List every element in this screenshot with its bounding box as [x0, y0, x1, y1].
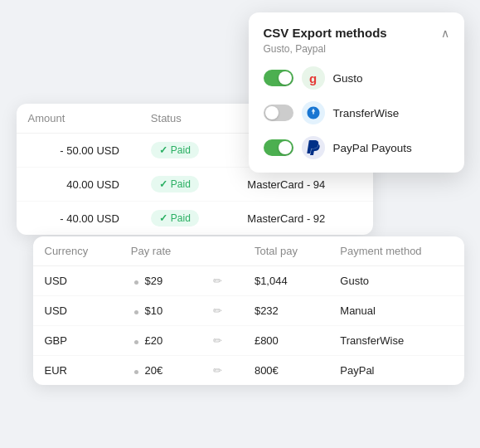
amount-cell: - 50.00 USD	[17, 134, 139, 168]
col-amount: Amount	[17, 104, 139, 134]
method-cell: Manual	[328, 296, 463, 326]
amount-cell: 40.00 USD	[17, 168, 139, 202]
front-table-card: Currency Pay rate Total pay Payment meth…	[33, 236, 464, 385]
col-edit	[201, 236, 243, 266]
paypal-logo	[302, 136, 325, 159]
currency-cell: GBP	[33, 326, 119, 356]
col-payrate: Pay rate	[119, 236, 201, 266]
toggle-thumb	[265, 106, 279, 119]
col-paymethod: Payment method	[328, 236, 463, 266]
currency-cell: USD	[33, 266, 119, 296]
method-cell: TransferWise	[328, 326, 463, 356]
table-row: EUR 20€ ✏ 800€ PayPal	[33, 356, 464, 386]
status-badge: Paid	[151, 210, 199, 226]
toggle-track	[264, 139, 293, 156]
currency-cell: EUR	[33, 356, 119, 386]
method-cell: PayPal	[328, 356, 463, 386]
rate-cell: 20€	[119, 356, 201, 386]
rate-cell: $29	[119, 266, 201, 296]
rate-cell: $10	[119, 296, 201, 326]
dot-icon	[134, 370, 138, 374]
toggle-track	[264, 70, 293, 86]
total-cell: 800€	[243, 356, 328, 386]
col-status: Status	[139, 104, 236, 134]
rate-cell: £20	[119, 326, 201, 356]
table-row: GBP £20 ✏ £800 TransferWise	[33, 326, 464, 356]
edit-cell[interactable]: ✏	[201, 356, 243, 386]
method-name-paypal: PayPal Payouts	[333, 142, 412, 154]
status-cell: Paid	[139, 168, 236, 202]
edit-cell[interactable]: ✏	[201, 326, 243, 356]
table-row: USD $10 ✏ $232 Manual	[33, 296, 464, 326]
method-item-paypal: PayPal Payouts	[264, 136, 449, 159]
method-item-gusto: g Gusto	[264, 66, 449, 90]
total-cell: $1,044	[243, 266, 328, 296]
total-cell: $232	[243, 296, 328, 326]
edit-cell[interactable]: ✏	[201, 296, 243, 326]
csv-export-popup: CSV Export methods ∧ Gusto, Paypal g Gus…	[249, 12, 464, 173]
dot-icon	[134, 280, 138, 285]
col-currency: Currency	[33, 236, 119, 266]
toggle-thumb	[279, 71, 292, 85]
status-badge: Paid	[151, 176, 199, 192]
status-cell: Paid	[139, 202, 236, 236]
status-badge: Paid	[151, 142, 199, 158]
method-name-gusto: Gusto	[333, 72, 363, 85]
toggle-thumb	[279, 141, 292, 154]
edit-cell[interactable]: ✏	[201, 266, 243, 296]
toggle-gusto[interactable]	[264, 70, 293, 86]
edit-icon[interactable]: ✏	[213, 275, 222, 287]
table-row: - 40.00 USD Paid MasterCard - 92	[17, 202, 373, 236]
popup-title: CSV Export methods	[264, 26, 387, 40]
edit-icon[interactable]: ✏	[213, 334, 222, 347]
chevron-up-icon[interactable]: ∧	[441, 27, 449, 40]
toggle-track	[264, 105, 293, 121]
method-item-transferwise: TransferWise	[264, 101, 449, 124]
edit-icon[interactable]: ✏	[213, 304, 222, 317]
currency-cell: USD	[33, 296, 119, 326]
toggle-paypal[interactable]	[264, 139, 293, 156]
method-name-transferwise: TransferWise	[333, 107, 400, 119]
extra-cell: MasterCard - 92	[235, 202, 372, 236]
popup-header: CSV Export methods ∧	[264, 26, 449, 40]
popup-subtitle: Gusto, Paypal	[264, 43, 449, 55]
edit-icon[interactable]: ✏	[213, 364, 222, 377]
total-cell: £800	[243, 326, 328, 356]
table-row: USD $29 ✏ $1,044 Gusto	[33, 266, 464, 296]
dot-icon	[134, 340, 138, 344]
toggle-transferwise[interactable]	[264, 105, 293, 121]
col-totalpay: Total pay	[243, 236, 328, 266]
dot-icon	[134, 310, 138, 314]
status-cell: Paid	[139, 134, 236, 168]
method-cell: Gusto	[328, 266, 463, 296]
gusto-logo: g	[302, 66, 325, 90]
amount-cell: - 40.00 USD	[17, 202, 139, 236]
transferwise-logo	[302, 101, 325, 124]
